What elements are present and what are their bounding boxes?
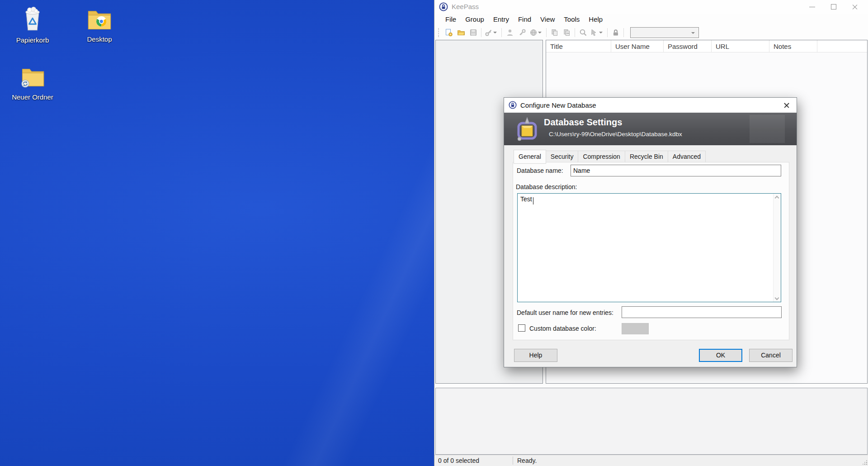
maximize-icon xyxy=(831,4,836,10)
window-titlebar[interactable]: KeePass xyxy=(434,0,868,14)
keepass-app-icon xyxy=(439,2,448,11)
database-description-textarea[interactable]: Test xyxy=(517,193,781,302)
search-icon xyxy=(579,29,587,37)
toolbar-grip[interactable] xyxy=(438,28,440,37)
minimize-button[interactable] xyxy=(802,0,823,14)
maximize-button[interactable] xyxy=(823,0,844,14)
open-url-button[interactable] xyxy=(528,27,544,38)
delete-entry-button[interactable] xyxy=(516,27,528,38)
desktop-folder-icon xyxy=(87,5,112,33)
banner-heading: Database Settings xyxy=(544,117,622,128)
configure-new-database-dialog: Configure New Database Database Settings… xyxy=(504,97,797,367)
open-url-icon xyxy=(529,29,538,37)
entry-details-pane xyxy=(435,388,868,455)
database-name-input[interactable] xyxy=(571,165,781,176)
find-entries-button[interactable] xyxy=(577,27,589,38)
find-options-dropdown-icon xyxy=(599,32,603,33)
banner-database-path: C:\Users\ry-99\OneDrive\Desktop\Database… xyxy=(549,131,682,138)
custom-color-swatch-button[interactable] xyxy=(622,323,649,334)
folder-sync-icon xyxy=(20,64,45,90)
edit-entry-button[interactable] xyxy=(504,27,516,38)
menu-file[interactable]: File xyxy=(441,14,461,25)
menu-view[interactable]: View xyxy=(536,14,559,25)
desktop: Papierkorb Desktop Neu xyxy=(0,0,868,466)
quick-search-input[interactable] xyxy=(630,27,699,38)
description-text: Test xyxy=(520,195,532,203)
copy-username-button[interactable] xyxy=(548,27,561,38)
help-button[interactable]: Help xyxy=(514,349,557,362)
copy-password-button[interactable] xyxy=(561,27,573,38)
menu-group[interactable]: Group xyxy=(461,14,489,25)
database-settings-icon xyxy=(514,116,539,142)
custom-color-label: Custom database color: xyxy=(529,325,596,332)
window-title: KeePass xyxy=(452,0,479,14)
menubar: File Group Entry Find View Tools Help xyxy=(441,14,607,25)
lock-workspace-button[interactable] xyxy=(609,27,622,38)
default-username-label: Default user name for new entries: xyxy=(517,309,613,316)
save-database-icon xyxy=(469,29,477,37)
cancel-button[interactable]: Cancel xyxy=(749,349,793,362)
menu-entry[interactable]: Entry xyxy=(489,14,514,25)
desktop-icon-label: Papierkorb xyxy=(6,36,59,44)
database-name-label: Database name: xyxy=(517,167,563,174)
desktop-icon-desktop-folder[interactable]: Desktop xyxy=(73,5,126,43)
scroll-down-icon[interactable] xyxy=(775,295,779,299)
status-ready: Ready. xyxy=(517,455,537,466)
textarea-scrollbar[interactable] xyxy=(773,194,781,302)
desktop-icon-label: Neuer Ordner xyxy=(6,93,59,101)
menu-tools[interactable]: Tools xyxy=(559,14,584,25)
desktop-icon-neuer-ordner[interactable]: Neuer Ordner xyxy=(6,64,59,101)
dialog-close-button[interactable] xyxy=(776,98,797,113)
close-button[interactable] xyxy=(844,0,865,14)
column-header-username[interactable]: User Name xyxy=(611,40,664,52)
menu-find[interactable]: Find xyxy=(514,14,536,25)
open-database-icon xyxy=(457,29,465,37)
desktop-icon-recycle-bin[interactable]: Papierkorb xyxy=(6,5,59,44)
column-header-url[interactable]: URL xyxy=(712,40,769,52)
column-header-title[interactable]: Title xyxy=(546,40,611,52)
database-description-label: Database description: xyxy=(516,183,577,190)
keepass-dialog-icon xyxy=(509,101,517,109)
statusbar: 0 of 0 selected Ready. xyxy=(434,455,868,466)
open-database-button[interactable] xyxy=(455,27,467,38)
toolbar xyxy=(434,25,868,39)
recycle-bin-icon xyxy=(20,5,45,33)
new-database-icon xyxy=(445,29,453,37)
column-header-password[interactable]: Password xyxy=(664,40,712,52)
add-entry-dropdown-icon xyxy=(493,32,497,33)
quick-search-dropdown-icon xyxy=(691,32,695,34)
dialog-title: Configure New Database xyxy=(520,98,596,113)
find-options-icon xyxy=(590,29,599,37)
entry-list-header: Title User Name Password URL Notes xyxy=(546,40,867,52)
add-entry-icon xyxy=(485,29,493,37)
custom-color-checkbox[interactable] xyxy=(518,324,525,332)
resize-grip[interactable] xyxy=(862,459,867,465)
column-header-empty[interactable] xyxy=(817,40,867,52)
tab-general[interactable]: General xyxy=(514,150,546,164)
find-options-button[interactable] xyxy=(589,27,605,38)
ok-button[interactable]: OK xyxy=(699,349,742,362)
menu-help[interactable]: Help xyxy=(584,14,607,25)
lock-icon xyxy=(612,29,620,37)
copy-username-icon xyxy=(551,29,559,37)
scroll-up-icon[interactable] xyxy=(775,195,779,199)
edit-entry-icon xyxy=(506,29,514,37)
add-entry-button[interactable] xyxy=(483,27,500,38)
open-url-dropdown-icon xyxy=(538,32,542,33)
column-header-notes[interactable]: Notes xyxy=(769,40,817,52)
delete-entry-icon xyxy=(518,29,526,37)
default-username-input[interactable] xyxy=(622,306,782,318)
text-caret xyxy=(533,197,533,204)
dialog-titlebar[interactable]: Configure New Database xyxy=(504,98,797,113)
desktop-icon-label: Desktop xyxy=(73,35,126,43)
new-database-button[interactable] xyxy=(443,27,455,38)
status-selection: 0 of 0 selected xyxy=(438,455,479,466)
dialog-banner: Database Settings C:\Users\ry-99\OneDriv… xyxy=(504,113,797,145)
copy-password-icon xyxy=(563,29,571,37)
minimize-icon xyxy=(809,7,815,7)
save-database-button[interactable] xyxy=(467,27,479,38)
